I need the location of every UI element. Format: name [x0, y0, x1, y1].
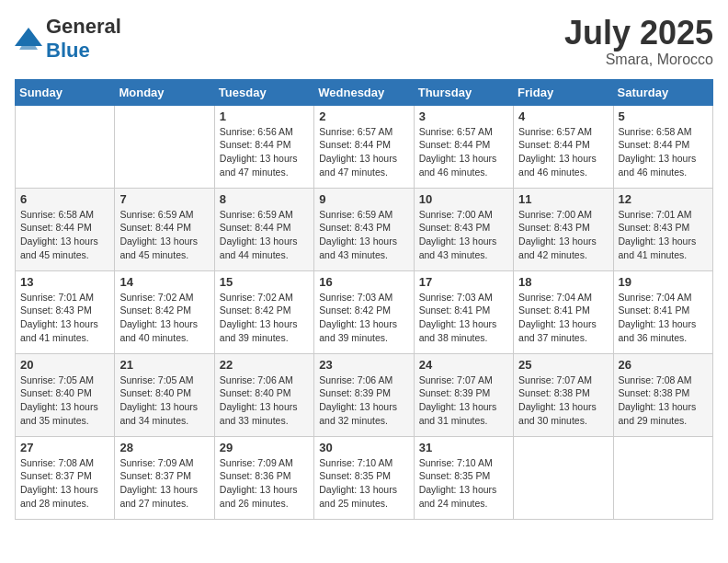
calendar-cell: 20Sunrise: 7:05 AMSunset: 8:40 PMDayligh…: [16, 353, 115, 436]
day-number: 18: [518, 275, 608, 289]
calendar-cell: [115, 105, 214, 188]
day-number: 24: [419, 358, 508, 372]
day-info: Sunrise: 7:01 AMSunset: 8:43 PMDaylight:…: [619, 208, 708, 262]
day-info: Sunrise: 7:10 AMSunset: 8:35 PMDaylight:…: [319, 456, 408, 511]
calendar-cell: 22Sunrise: 7:06 AMSunset: 8:40 PMDayligh…: [214, 353, 313, 436]
logo: General Blue: [15, 15, 121, 63]
calendar-cell: 15Sunrise: 7:02 AMSunset: 8:42 PMDayligh…: [214, 270, 313, 353]
day-number: 16: [319, 275, 408, 289]
day-number: 27: [20, 441, 109, 454]
day-info: Sunrise: 7:04 AMSunset: 8:41 PMDaylight:…: [619, 291, 708, 345]
calendar-cell: 10Sunrise: 7:00 AMSunset: 8:43 PMDayligh…: [414, 188, 513, 270]
day-number: 15: [220, 275, 309, 289]
calendar-cell: 31Sunrise: 7:10 AMSunset: 8:35 PMDayligh…: [414, 436, 513, 519]
calendar-cell: 1Sunrise: 6:56 AMSunset: 8:44 PMDaylight…: [214, 105, 313, 188]
day-number: 12: [619, 192, 708, 206]
day-info: Sunrise: 6:59 AMSunset: 8:43 PMDaylight:…: [319, 208, 408, 262]
weekday-header-thursday: Thursday: [414, 79, 513, 105]
day-info: Sunrise: 7:06 AMSunset: 8:40 PMDaylight:…: [220, 373, 309, 428]
day-number: 30: [319, 441, 408, 454]
calendar-cell: 24Sunrise: 7:07 AMSunset: 8:39 PMDayligh…: [414, 353, 513, 436]
day-info: Sunrise: 6:57 AMSunset: 8:44 PMDaylight:…: [319, 125, 408, 179]
day-info: Sunrise: 7:10 AMSunset: 8:35 PMDaylight:…: [419, 456, 508, 511]
calendar-cell: 29Sunrise: 7:09 AMSunset: 8:36 PMDayligh…: [214, 436, 313, 519]
title-area: July 2025 Smara, Morocco: [564, 15, 713, 68]
day-number: 3: [419, 109, 508, 123]
calendar-cell: 28Sunrise: 7:09 AMSunset: 8:37 PMDayligh…: [115, 436, 214, 519]
page-header: General Blue July 2025 Smara, Morocco: [15, 15, 713, 68]
calendar-cell: 7Sunrise: 6:59 AMSunset: 8:44 PMDaylight…: [115, 188, 214, 270]
day-info: Sunrise: 7:03 AMSunset: 8:41 PMDaylight:…: [419, 291, 508, 345]
day-info: Sunrise: 7:03 AMSunset: 8:42 PMDaylight:…: [319, 291, 408, 345]
day-info: Sunrise: 7:08 AMSunset: 8:37 PMDaylight:…: [20, 456, 109, 511]
day-number: 31: [419, 441, 508, 454]
logo-blue: Blue: [46, 39, 90, 62]
calendar-cell: 5Sunrise: 6:58 AMSunset: 8:44 PMDaylight…: [613, 105, 712, 188]
day-info: Sunrise: 7:02 AMSunset: 8:42 PMDaylight:…: [119, 291, 209, 345]
day-info: Sunrise: 7:07 AMSunset: 8:38 PMDaylight:…: [518, 373, 608, 428]
calendar-cell: [16, 105, 115, 188]
day-info: Sunrise: 6:58 AMSunset: 8:44 PMDaylight:…: [619, 125, 708, 179]
calendar-week-row: 6Sunrise: 6:58 AMSunset: 8:44 PMDaylight…: [16, 188, 713, 270]
day-number: 5: [619, 109, 708, 123]
day-number: 21: [119, 358, 209, 372]
calendar-cell: 30Sunrise: 7:10 AMSunset: 8:35 PMDayligh…: [314, 436, 414, 519]
day-number: 7: [119, 192, 209, 206]
calendar-cell: 19Sunrise: 7:04 AMSunset: 8:41 PMDayligh…: [613, 270, 712, 353]
calendar-header-row: SundayMondayTuesdayWednesdayThursdayFrid…: [16, 79, 713, 105]
calendar-week-row: 1Sunrise: 6:56 AMSunset: 8:44 PMDaylight…: [16, 105, 713, 188]
day-number: 29: [220, 441, 309, 454]
calendar-cell: 21Sunrise: 7:05 AMSunset: 8:40 PMDayligh…: [115, 353, 214, 436]
calendar-cell: 17Sunrise: 7:03 AMSunset: 8:41 PMDayligh…: [414, 270, 513, 353]
calendar-table: SundayMondayTuesdayWednesdayThursdayFrid…: [15, 79, 713, 520]
calendar-cell: 16Sunrise: 7:03 AMSunset: 8:42 PMDayligh…: [314, 270, 414, 353]
day-info: Sunrise: 7:05 AMSunset: 8:40 PMDaylight:…: [20, 373, 109, 428]
day-info: Sunrise: 7:07 AMSunset: 8:39 PMDaylight:…: [419, 373, 508, 428]
day-info: Sunrise: 7:06 AMSunset: 8:39 PMDaylight:…: [319, 373, 408, 428]
day-info: Sunrise: 7:05 AMSunset: 8:40 PMDaylight:…: [119, 373, 209, 428]
calendar-week-row: 20Sunrise: 7:05 AMSunset: 8:40 PMDayligh…: [16, 353, 713, 436]
logo-general: General: [46, 15, 121, 38]
day-info: Sunrise: 6:57 AMSunset: 8:44 PMDaylight:…: [419, 125, 508, 179]
day-number: 10: [419, 192, 508, 206]
day-number: 1: [220, 109, 309, 123]
day-number: 2: [319, 109, 408, 123]
calendar-cell: [514, 436, 613, 519]
calendar-cell: 12Sunrise: 7:01 AMSunset: 8:43 PMDayligh…: [613, 188, 712, 270]
day-number: 22: [220, 358, 309, 372]
weekday-header-sunday: Sunday: [16, 79, 115, 105]
day-number: 9: [319, 192, 408, 206]
day-info: Sunrise: 7:00 AMSunset: 8:43 PMDaylight:…: [518, 208, 608, 262]
calendar-cell: 14Sunrise: 7:02 AMSunset: 8:42 PMDayligh…: [115, 270, 214, 353]
calendar-cell: 26Sunrise: 7:08 AMSunset: 8:38 PMDayligh…: [613, 353, 712, 436]
day-number: 4: [518, 109, 608, 123]
day-info: Sunrise: 7:04 AMSunset: 8:41 PMDaylight:…: [518, 291, 608, 345]
weekday-header-wednesday: Wednesday: [314, 79, 414, 105]
calendar-cell: 25Sunrise: 7:07 AMSunset: 8:38 PMDayligh…: [514, 353, 613, 436]
day-number: 11: [518, 192, 608, 206]
day-info: Sunrise: 6:58 AMSunset: 8:44 PMDaylight:…: [20, 208, 109, 262]
day-number: 26: [619, 358, 708, 372]
day-number: 25: [518, 358, 608, 372]
day-number: 19: [619, 275, 708, 289]
day-info: Sunrise: 7:08 AMSunset: 8:38 PMDaylight:…: [619, 373, 708, 428]
day-info: Sunrise: 6:59 AMSunset: 8:44 PMDaylight:…: [119, 208, 209, 262]
day-number: 28: [119, 441, 209, 454]
weekday-header-saturday: Saturday: [613, 79, 712, 105]
location-title: Smara, Morocco: [564, 52, 713, 68]
weekday-header-tuesday: Tuesday: [214, 79, 313, 105]
calendar-cell: 11Sunrise: 7:00 AMSunset: 8:43 PMDayligh…: [514, 188, 613, 270]
day-number: 17: [419, 275, 508, 289]
day-info: Sunrise: 7:02 AMSunset: 8:42 PMDaylight:…: [220, 291, 309, 345]
calendar-cell: 18Sunrise: 7:04 AMSunset: 8:41 PMDayligh…: [514, 270, 613, 353]
calendar-cell: 27Sunrise: 7:08 AMSunset: 8:37 PMDayligh…: [16, 436, 115, 519]
weekday-header-friday: Friday: [514, 79, 613, 105]
day-info: Sunrise: 6:59 AMSunset: 8:44 PMDaylight:…: [220, 208, 309, 262]
logo-text: General Blue: [46, 15, 121, 63]
day-info: Sunrise: 6:56 AMSunset: 8:44 PMDaylight:…: [220, 125, 309, 179]
calendar-cell: 3Sunrise: 6:57 AMSunset: 8:44 PMDaylight…: [414, 105, 513, 188]
day-number: 14: [119, 275, 209, 289]
calendar-week-row: 13Sunrise: 7:01 AMSunset: 8:43 PMDayligh…: [16, 270, 713, 353]
day-info: Sunrise: 7:01 AMSunset: 8:43 PMDaylight:…: [20, 291, 109, 345]
day-info: Sunrise: 7:09 AMSunset: 8:37 PMDaylight:…: [119, 456, 209, 511]
